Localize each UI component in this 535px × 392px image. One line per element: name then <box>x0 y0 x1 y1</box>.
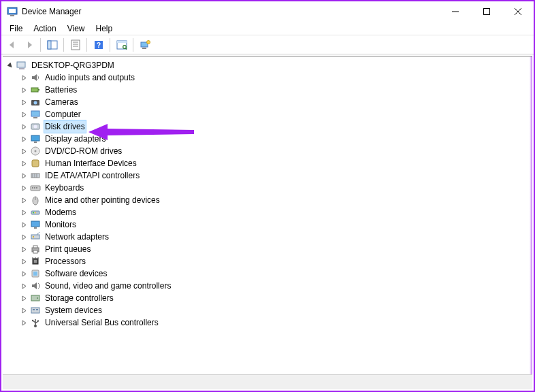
tree-item[interactable]: Storage controllers <box>19 292 532 304</box>
tree-item[interactable]: Human Interface Devices <box>19 157 532 169</box>
device-tree[interactable]: DESKTOP-QRG3PDM Audio inputs and outputs… <box>3 56 532 329</box>
device-manager-window: Device Manager File Action View Help <box>0 0 535 392</box>
collapse-icon[interactable] <box>5 61 15 70</box>
expand-icon[interactable] <box>19 159 29 168</box>
tree-item-label: Print queues <box>44 243 92 255</box>
expand-icon[interactable] <box>19 293 29 303</box>
usb-icon <box>30 317 41 328</box>
expand-icon[interactable] <box>19 73 29 82</box>
expand-icon[interactable] <box>19 232 29 242</box>
tree-item[interactable]: Universal Serial Bus controllers <box>19 316 532 329</box>
tree-item[interactable]: Computer <box>19 108 532 120</box>
svg-text:?: ? <box>96 42 100 49</box>
tree-item[interactable]: Sound, video and game controllers <box>19 280 532 292</box>
computer-root-icon <box>16 60 27 71</box>
menu-action[interactable]: Action <box>28 22 61 35</box>
tree-item[interactable]: Monitors <box>19 218 532 231</box>
expand-icon[interactable] <box>19 85 29 95</box>
tree-item[interactable]: IDE ATA/ATAPI controllers <box>19 169 532 182</box>
device-tree-pane[interactable]: DESKTOP-QRG3PDM Audio inputs and outputs… <box>3 56 532 374</box>
svg-rect-28 <box>31 111 39 116</box>
svg-rect-43 <box>34 187 35 189</box>
svg-point-74 <box>32 320 33 321</box>
tree-item[interactable]: DVD/CD-ROM drives <box>19 145 532 157</box>
tree-item[interactable]: Software devices <box>19 267 532 280</box>
toolbar-separator <box>63 38 64 52</box>
modem-icon <box>30 207 41 218</box>
software-icon <box>30 268 41 279</box>
tree-item[interactable]: Print queues <box>19 243 532 255</box>
expand-icon[interactable] <box>19 122 29 131</box>
tree-item-label: IDE ATA/ATAPI controllers <box>44 169 141 182</box>
add-legacy-hardware-button[interactable] <box>137 37 152 52</box>
storage-icon <box>30 293 41 304</box>
expand-icon[interactable] <box>19 146 29 156</box>
tree-item[interactable]: Network adapters <box>19 231 532 243</box>
camera-icon <box>30 97 41 108</box>
svg-rect-75 <box>37 321 39 322</box>
forward-button[interactable] <box>21 37 37 52</box>
svg-rect-68 <box>33 309 35 310</box>
menu-file[interactable]: File <box>4 22 28 35</box>
network-icon <box>30 231 41 242</box>
tree-root[interactable]: DESKTOP-QRG3PDM <box>5 59 532 71</box>
tree-item-label: Cameras <box>44 96 80 108</box>
expand-icon[interactable] <box>19 171 29 180</box>
tree-item[interactable]: System devices <box>19 304 532 316</box>
menu-help[interactable]: Help <box>91 22 118 35</box>
svg-rect-67 <box>31 308 39 313</box>
computer-icon <box>30 109 41 120</box>
tree-item[interactable]: Processors <box>19 255 532 267</box>
tree-item[interactable]: Modems <box>19 206 532 218</box>
svg-rect-33 <box>34 142 37 143</box>
expand-icon[interactable] <box>19 97 29 107</box>
svg-rect-8 <box>48 41 51 49</box>
tree-item[interactable]: Cameras <box>19 96 532 108</box>
expand-icon[interactable] <box>19 269 29 278</box>
tree-item[interactable]: Audio inputs and outputs <box>19 71 532 84</box>
expand-icon[interactable] <box>19 244 29 254</box>
tree-item[interactable]: Disk drives <box>19 120 532 133</box>
show-hide-console-tree-button[interactable] <box>44 37 60 52</box>
expand-icon[interactable] <box>19 195 29 205</box>
ide-icon <box>30 170 41 181</box>
close-button[interactable] <box>502 1 534 22</box>
system-icon <box>30 305 41 316</box>
maximize-button[interactable] <box>471 1 502 22</box>
tree-item[interactable]: Batteries <box>19 84 532 96</box>
svg-point-49 <box>35 212 36 214</box>
svg-rect-20 <box>142 48 146 49</box>
expand-icon[interactable] <box>19 257 29 266</box>
mouse-icon <box>30 195 41 206</box>
tree-item-label: Computer <box>44 108 82 120</box>
help-button[interactable]: ? <box>91 37 106 52</box>
scan-hardware-button[interactable] <box>114 37 129 52</box>
hid-icon <box>30 158 41 169</box>
menu-view[interactable]: View <box>62 22 91 35</box>
expand-icon[interactable] <box>19 110 29 119</box>
svg-point-66 <box>37 297 38 299</box>
toolbar-separator <box>133 38 133 52</box>
tree-item[interactable]: Mice and other pointing devices <box>19 194 532 206</box>
back-button[interactable] <box>4 37 20 52</box>
expand-icon[interactable] <box>19 208 29 217</box>
expand-icon[interactable] <box>19 318 29 327</box>
expand-icon[interactable] <box>19 220 29 229</box>
printer-icon <box>30 244 41 255</box>
menubar: File Action View Help <box>1 22 534 35</box>
svg-point-31 <box>34 125 37 129</box>
tree-item[interactable]: Keyboards <box>19 182 532 194</box>
tree-item-label: Human Interface Devices <box>44 157 138 169</box>
expand-icon[interactable] <box>19 281 29 291</box>
svg-rect-59 <box>34 260 37 263</box>
window-controls <box>440 1 534 22</box>
expand-icon[interactable] <box>19 183 29 193</box>
expand-icon[interactable] <box>19 306 29 315</box>
tree-item-label: Audio inputs and outputs <box>44 71 136 84</box>
tree-item[interactable]: Display adapters <box>19 133 532 145</box>
properties-button[interactable] <box>67 37 83 52</box>
display-icon <box>30 133 41 144</box>
expand-icon[interactable] <box>19 134 29 144</box>
tree-item-label: Software devices <box>44 267 108 280</box>
minimize-button[interactable] <box>440 1 471 22</box>
